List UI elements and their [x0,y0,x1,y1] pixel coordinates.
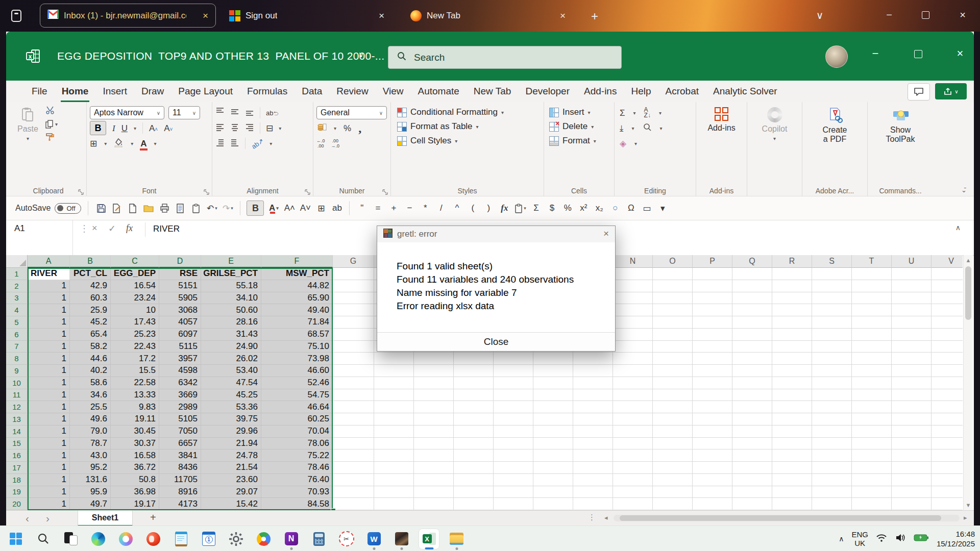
cell[interactable] [732,377,772,389]
cell[interactable] [892,462,932,474]
cell[interactable]: 23.60 [201,474,261,486]
cell[interactable] [812,329,852,341]
cell[interactable] [693,462,732,474]
cell[interactable]: 11705 [159,474,201,486]
collapse-ribbon-icon[interactable]: ⌄̄ [961,186,967,194]
increase-decimal-icon[interactable]: ←.0.00 [316,138,325,148]
cell[interactable] [732,413,772,425]
cell[interactable] [374,449,414,462]
copy-icon[interactable]: ▾ [45,120,58,129]
cell[interactable] [732,268,772,280]
cell[interactable]: 15.5 [111,365,159,377]
cell[interactable]: 1 [28,413,70,425]
cell[interactable]: 19.17 [111,498,159,510]
cell[interactable] [494,401,533,413]
scroll-right-icon[interactable]: ▸ [964,514,967,521]
cell[interactable]: 46.64 [261,401,333,413]
cell[interactable] [613,353,653,365]
cell[interactable] [333,389,374,402]
cell[interactable] [653,486,693,498]
cell[interactable] [932,486,963,498]
cell[interactable] [772,280,812,292]
calculator-icon[interactable] [308,529,329,549]
cell[interactable] [932,292,963,305]
cell[interactable] [732,438,772,450]
cell[interactable] [653,304,693,316]
font-name-select[interactable]: Aptos Narrow∨ [90,106,164,119]
cell[interactable] [653,316,693,329]
cell[interactable] [573,425,613,438]
cell[interactable]: 1 [28,377,70,389]
cell[interactable] [852,292,892,305]
cell[interactable] [613,316,653,329]
cell[interactable]: 44.82 [261,280,333,292]
excel-restore-button[interactable] [914,50,922,58]
cell[interactable] [772,341,812,353]
cell[interactable] [852,486,892,498]
cell[interactable]: 4173 [159,498,201,510]
ribbon-tab-insert[interactable]: Insert [95,81,134,102]
cell[interactable] [812,365,852,377]
cell[interactable] [414,498,454,510]
underline-button[interactable]: U [121,124,128,133]
open-file-icon[interactable] [142,201,155,215]
ribbon-tab-acrobat[interactable]: Acrobat [658,81,706,102]
browser-restore-button[interactable] [922,11,929,19]
cell[interactable]: 5105 [159,413,201,425]
cell[interactable] [932,389,963,402]
cell[interactable] [812,377,852,389]
cell[interactable] [932,329,963,341]
cell[interactable] [494,462,533,474]
cell[interactable] [374,401,414,413]
cell[interactable]: 4057 [159,316,201,329]
cell[interactable] [932,474,963,486]
create-pdf-button[interactable]: Createa PDF [818,105,851,146]
cell[interactable] [732,353,772,365]
autosave-control[interactable]: AutoSave Off [15,203,81,214]
cell[interactable] [533,474,573,486]
title-chevron-icon[interactable]: ∨ [358,50,364,59]
column-header-G[interactable]: G [333,255,374,268]
cell[interactable] [772,401,812,413]
volume-icon[interactable] [895,533,906,544]
cell[interactable] [494,365,533,377]
cell[interactable]: 1 [28,353,70,365]
open-paren-icon[interactable]: ( [467,201,479,215]
cell[interactable] [573,377,613,389]
row-header-16[interactable]: 16 [6,449,28,462]
equals-icon[interactable]: = [372,201,384,215]
row-header-2[interactable]: 2 [6,280,28,292]
cell[interactable] [892,292,932,305]
cell[interactable]: 24.90 [201,341,261,353]
cell[interactable]: 46.60 [261,365,333,377]
cell[interactable] [374,498,414,510]
cell[interactable]: 1 [28,280,70,292]
cell[interactable] [533,449,573,462]
cell[interactable]: 21.54 [201,462,261,474]
column-header-A[interactable]: A [28,255,70,268]
cell[interactable]: 78.06 [261,438,333,450]
excel-icon[interactable]: X [419,529,439,549]
cell[interactable] [732,498,772,510]
cell[interactable] [573,413,613,425]
cell[interactable] [892,377,932,389]
copilot-button[interactable]: Copilot▾ [758,105,792,143]
quote-icon[interactable]: " [356,201,368,215]
cell[interactable]: 17.43 [111,316,159,329]
ribbon-tab-view[interactable]: View [376,81,411,102]
cell[interactable] [454,486,494,498]
cell[interactable]: 25.23 [111,329,159,341]
cell[interactable] [932,413,963,425]
cell[interactable] [812,389,852,402]
cell-styles-button[interactable]: Cell Styles▾ [397,134,541,148]
edge-icon[interactable] [88,529,109,549]
formula-bar-content[interactable]: RIVER [153,224,180,234]
cell[interactable] [852,438,892,450]
firefox-view-icon[interactable] [8,8,24,24]
cell[interactable] [812,341,852,353]
cell[interactable] [812,353,852,365]
new-tab-button[interactable]: + [591,9,598,23]
language-indicator[interactable]: ENGUK [851,530,868,547]
cell[interactable] [573,498,613,510]
cell[interactable] [932,353,963,365]
